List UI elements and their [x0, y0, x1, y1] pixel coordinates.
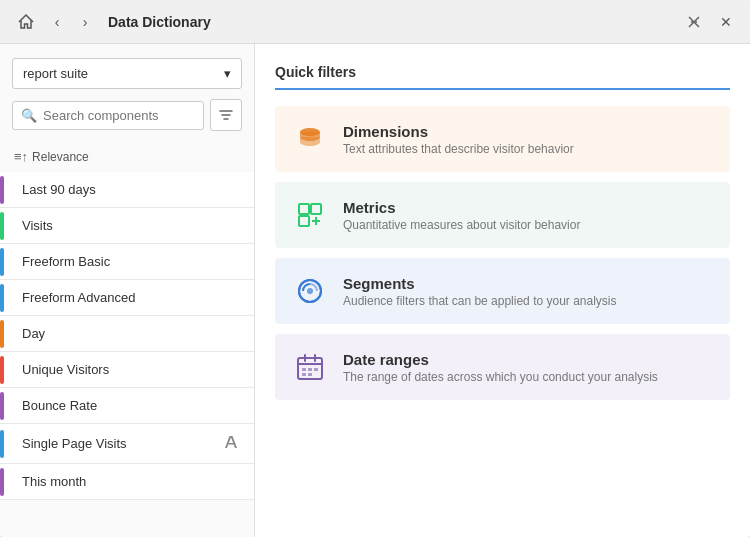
list-item[interactable]: Freeform Basic: [0, 244, 254, 280]
right-panel: Quick filters DimensionsText attributes …: [255, 44, 750, 537]
sidebar: report suite ▾ 🔍: [0, 44, 255, 537]
dimensions-text-group: DimensionsText attributes that describe …: [343, 123, 574, 156]
metrics-description: Quantitative measures about visitor beha…: [343, 218, 580, 232]
sidebar-header: report suite ▾ 🔍: [0, 44, 254, 141]
list-item-color-bar: [0, 468, 4, 496]
list-item-color-bar: [0, 356, 4, 384]
sort-label: Relevance: [32, 150, 89, 164]
svg-point-8: [307, 288, 313, 294]
forward-button[interactable]: ›: [74, 11, 96, 33]
list-item-label: Day: [22, 326, 240, 341]
list-item-label: Bounce Rate: [22, 398, 240, 413]
svg-rect-1: [299, 204, 309, 214]
list-item-color-bar: [0, 284, 4, 312]
segments-title: Segments: [343, 275, 617, 292]
list-item-label: This month: [22, 474, 240, 489]
filter-card-segments[interactable]: SegmentsAudience filters that can be app…: [275, 258, 730, 324]
minimize-button[interactable]: [682, 10, 706, 34]
list-item-color-bar: [0, 248, 4, 276]
sort-icon: ≡↑: [14, 149, 28, 164]
list-item[interactable]: Freeform Advanced: [0, 280, 254, 316]
sort-header[interactable]: ≡↑ Relevance: [0, 141, 254, 172]
quick-filters-label: Quick filters: [275, 64, 730, 90]
filter-card-dimensions[interactable]: DimensionsText attributes that describe …: [275, 106, 730, 172]
list-item[interactable]: Visits: [0, 208, 254, 244]
dateranges-text-group: Date rangesThe range of dates across whi…: [343, 351, 658, 384]
window-title: Data Dictionary: [108, 14, 211, 30]
metrics-title: Metrics: [343, 199, 580, 216]
filter-icon: [219, 108, 233, 122]
list-item-badge: [224, 434, 240, 453]
list-item[interactable]: Day: [0, 316, 254, 352]
dateranges-description: The range of dates across which you cond…: [343, 370, 658, 384]
search-icon: 🔍: [21, 108, 37, 123]
search-box: 🔍: [12, 101, 204, 130]
filter-cards: DimensionsText attributes that describe …: [275, 106, 730, 400]
segments-description: Audience filters that can be applied to …: [343, 294, 617, 308]
list-item[interactable]: This month: [0, 464, 254, 500]
close-button[interactable]: ✕: [714, 10, 738, 34]
list-item-color-bar: [0, 392, 4, 420]
home-icon: [17, 13, 35, 31]
search-container: 🔍: [12, 99, 242, 131]
list-item-label: Single Page Visits: [22, 436, 224, 451]
list-item-color-bar: [0, 430, 4, 458]
back-button[interactable]: ‹: [46, 11, 68, 33]
segments-icon: [291, 272, 329, 310]
dateranges-title: Date ranges: [343, 351, 658, 368]
filter-card-dateranges[interactable]: Date rangesThe range of dates across whi…: [275, 334, 730, 400]
list-item[interactable]: Single Page Visits: [0, 424, 254, 464]
list-item-color-bar: [0, 320, 4, 348]
search-input[interactable]: [43, 108, 195, 123]
svg-rect-16: [302, 373, 306, 376]
list-item[interactable]: Unique Visitors: [0, 352, 254, 388]
metrics-icon: [291, 196, 329, 234]
svg-rect-17: [308, 373, 312, 376]
sidebar-list: Last 90 daysVisitsFreeform BasicFreeform…: [0, 172, 254, 537]
dateranges-icon: [291, 348, 329, 386]
metrics-text-group: MetricsQuantitative measures about visit…: [343, 199, 580, 232]
list-item-color-bar: [0, 176, 4, 204]
dimensions-description: Text attributes that describe visitor be…: [343, 142, 574, 156]
dimensions-title: Dimensions: [343, 123, 574, 140]
filter-card-metrics[interactable]: MetricsQuantitative measures about visit…: [275, 182, 730, 248]
svg-rect-13: [302, 368, 306, 371]
list-item-color-bar: [0, 212, 4, 240]
report-suite-dropdown[interactable]: report suite ▾: [12, 58, 242, 89]
title-bar-nav: ‹ ›: [12, 8, 96, 36]
main-content: report suite ▾ 🔍: [0, 44, 750, 537]
list-item-label: Last 90 days: [22, 182, 240, 197]
svg-rect-15: [314, 368, 318, 371]
title-bar-actions: ✕: [682, 10, 738, 34]
home-button[interactable]: [12, 8, 40, 36]
list-item[interactable]: Bounce Rate: [0, 388, 254, 424]
svg-rect-3: [299, 216, 309, 226]
list-item-label: Unique Visitors: [22, 362, 240, 377]
list-item-label: Visits: [22, 218, 240, 233]
filter-button[interactable]: [210, 99, 242, 131]
dimensions-icon: [291, 120, 329, 158]
list-item-label: Freeform Advanced: [22, 290, 240, 305]
svg-rect-14: [308, 368, 312, 371]
chevron-down-icon: ▾: [224, 66, 231, 81]
list-item-label: Freeform Basic: [22, 254, 240, 269]
title-bar: ‹ › Data Dictionary ✕: [0, 0, 750, 44]
report-suite-label: report suite: [23, 66, 88, 81]
minimize-icon: [687, 15, 701, 29]
segments-text-group: SegmentsAudience filters that can be app…: [343, 275, 617, 308]
list-item[interactable]: Last 90 days: [0, 172, 254, 208]
svg-rect-2: [311, 204, 321, 214]
main-window: ‹ › Data Dictionary ✕ report suite ▾: [0, 0, 750, 537]
